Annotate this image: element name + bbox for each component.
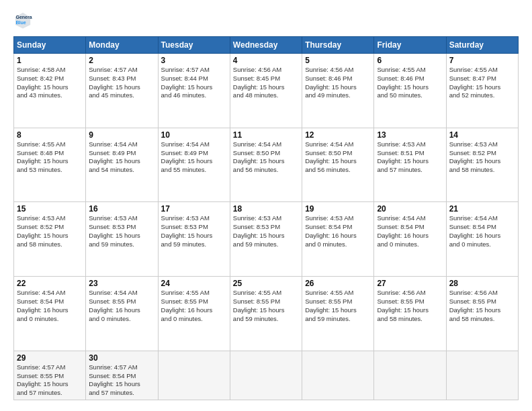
day-info: Sunrise: 4:53 AM Sunset: 8:53 PM Dayligh… <box>89 214 154 248</box>
day-cell: 21Sunrise: 4:54 AM Sunset: 8:54 PM Dayli… <box>446 202 518 277</box>
day-info: Sunrise: 4:56 AM Sunset: 8:55 PM Dayligh… <box>449 289 515 323</box>
day-cell: 18Sunrise: 4:53 AM Sunset: 8:53 PM Dayli… <box>230 202 302 277</box>
day-number: 24 <box>161 279 227 288</box>
day-cell: 23Sunrise: 4:54 AM Sunset: 8:55 PM Dayli… <box>86 277 158 351</box>
week-row-2: 8Sunrise: 4:55 AM Sunset: 8:48 PM Daylig… <box>14 128 519 202</box>
day-cell: 8Sunrise: 4:55 AM Sunset: 8:48 PM Daylig… <box>14 128 86 202</box>
col-header-wednesday: Wednesday <box>230 37 302 54</box>
day-number: 30 <box>89 353 154 363</box>
svg-text:Blue: Blue <box>16 20 26 25</box>
day-cell: 15Sunrise: 4:53 AM Sunset: 8:52 PM Dayli… <box>14 202 86 277</box>
day-number: 19 <box>305 204 371 214</box>
header: General Blue <box>13 11 519 30</box>
day-number: 21 <box>449 204 515 214</box>
day-cell: 24Sunrise: 4:55 AM Sunset: 8:55 PM Dayli… <box>158 277 230 351</box>
day-number: 14 <box>449 130 515 140</box>
day-cell: 29Sunrise: 4:57 AM Sunset: 8:55 PM Dayli… <box>14 351 86 400</box>
day-cell: 2Sunrise: 4:57 AM Sunset: 8:43 PM Daylig… <box>86 54 158 128</box>
day-info: Sunrise: 4:53 AM Sunset: 8:51 PM Dayligh… <box>377 140 443 175</box>
day-number: 25 <box>233 279 299 288</box>
day-info: Sunrise: 4:55 AM Sunset: 8:55 PM Dayligh… <box>233 289 299 323</box>
day-info: Sunrise: 4:57 AM Sunset: 8:55 PM Dayligh… <box>17 363 83 398</box>
day-number: 18 <box>233 204 299 214</box>
day-info: Sunrise: 4:55 AM Sunset: 8:47 PM Dayligh… <box>449 66 515 100</box>
day-number: 17 <box>161 204 227 214</box>
day-number: 8 <box>17 130 83 140</box>
day-cell: 27Sunrise: 4:56 AM Sunset: 8:55 PM Dayli… <box>374 277 446 351</box>
header-row: SundayMondayTuesdayWednesdayThursdayFrid… <box>14 37 519 54</box>
day-cell: 6Sunrise: 4:55 AM Sunset: 8:46 PM Daylig… <box>374 54 446 128</box>
day-info: Sunrise: 4:58 AM Sunset: 8:42 PM Dayligh… <box>17 66 83 100</box>
day-cell: 14Sunrise: 4:53 AM Sunset: 8:52 PM Dayli… <box>446 128 518 202</box>
day-cell: 25Sunrise: 4:55 AM Sunset: 8:55 PM Dayli… <box>230 277 302 351</box>
day-number: 20 <box>377 204 443 214</box>
day-number: 22 <box>17 279 83 288</box>
page: General Blue SundayMondayTuesdayWednesda… <box>0 0 532 411</box>
day-number: 10 <box>161 130 227 140</box>
day-cell: 4Sunrise: 4:56 AM Sunset: 8:45 PM Daylig… <box>230 54 302 128</box>
day-cell: 19Sunrise: 4:53 AM Sunset: 8:54 PM Dayli… <box>302 202 374 277</box>
col-header-sunday: Sunday <box>14 37 86 54</box>
week-row-5: 29Sunrise: 4:57 AM Sunset: 8:55 PM Dayli… <box>14 351 519 400</box>
day-info: Sunrise: 4:54 AM Sunset: 8:50 PM Dayligh… <box>305 140 371 175</box>
day-info: Sunrise: 4:56 AM Sunset: 8:55 PM Dayligh… <box>377 289 443 323</box>
day-cell: 17Sunrise: 4:53 AM Sunset: 8:53 PM Dayli… <box>158 202 230 277</box>
day-cell: 16Sunrise: 4:53 AM Sunset: 8:53 PM Dayli… <box>86 202 158 277</box>
day-number: 4 <box>233 56 299 65</box>
day-cell <box>374 351 446 400</box>
day-info: Sunrise: 4:54 AM Sunset: 8:54 PM Dayligh… <box>17 289 83 323</box>
day-info: Sunrise: 4:57 AM Sunset: 8:44 PM Dayligh… <box>161 66 227 100</box>
day-info: Sunrise: 4:53 AM Sunset: 8:52 PM Dayligh… <box>449 140 515 175</box>
day-info: Sunrise: 4:54 AM Sunset: 8:49 PM Dayligh… <box>89 140 154 175</box>
day-cell: 28Sunrise: 4:56 AM Sunset: 8:55 PM Dayli… <box>446 277 518 351</box>
day-number: 13 <box>377 130 443 140</box>
day-number: 2 <box>89 56 154 65</box>
col-header-tuesday: Tuesday <box>158 37 230 54</box>
day-cell: 12Sunrise: 4:54 AM Sunset: 8:50 PM Dayli… <box>302 128 374 202</box>
day-info: Sunrise: 4:53 AM Sunset: 8:53 PM Dayligh… <box>161 214 227 248</box>
col-header-monday: Monday <box>86 37 158 54</box>
logo-icon: General Blue <box>13 11 32 30</box>
day-number: 27 <box>377 279 443 288</box>
day-info: Sunrise: 4:55 AM Sunset: 8:55 PM Dayligh… <box>161 289 227 323</box>
day-number: 6 <box>377 56 443 65</box>
day-cell: 20Sunrise: 4:54 AM Sunset: 8:54 PM Dayli… <box>374 202 446 277</box>
day-number: 1 <box>17 56 83 65</box>
day-cell: 13Sunrise: 4:53 AM Sunset: 8:51 PM Dayli… <box>374 128 446 202</box>
day-info: Sunrise: 4:53 AM Sunset: 8:53 PM Dayligh… <box>233 214 299 248</box>
day-number: 15 <box>17 204 83 214</box>
week-row-1: 1Sunrise: 4:58 AM Sunset: 8:42 PM Daylig… <box>14 54 519 128</box>
col-header-friday: Friday <box>374 37 446 54</box>
day-cell: 5Sunrise: 4:56 AM Sunset: 8:46 PM Daylig… <box>302 54 374 128</box>
day-info: Sunrise: 4:54 AM Sunset: 8:54 PM Dayligh… <box>449 214 515 248</box>
logo: General Blue <box>13 11 35 30</box>
day-number: 16 <box>89 204 154 214</box>
day-cell <box>446 351 518 400</box>
day-info: Sunrise: 4:56 AM Sunset: 8:46 PM Dayligh… <box>305 66 371 100</box>
day-info: Sunrise: 4:54 AM Sunset: 8:55 PM Dayligh… <box>89 289 154 323</box>
day-cell: 22Sunrise: 4:54 AM Sunset: 8:54 PM Dayli… <box>14 277 86 351</box>
day-number: 5 <box>305 56 371 65</box>
day-info: Sunrise: 4:55 AM Sunset: 8:46 PM Dayligh… <box>377 66 443 100</box>
day-info: Sunrise: 4:55 AM Sunset: 8:55 PM Dayligh… <box>305 289 371 323</box>
day-cell: 30Sunrise: 4:57 AM Sunset: 8:54 PM Dayli… <box>86 351 158 400</box>
day-number: 11 <box>233 130 299 140</box>
day-cell: 1Sunrise: 4:58 AM Sunset: 8:42 PM Daylig… <box>14 54 86 128</box>
day-info: Sunrise: 4:54 AM Sunset: 8:54 PM Dayligh… <box>377 214 443 248</box>
day-cell <box>230 351 302 400</box>
col-header-thursday: Thursday <box>302 37 374 54</box>
day-info: Sunrise: 4:55 AM Sunset: 8:48 PM Dayligh… <box>17 140 83 175</box>
day-info: Sunrise: 4:53 AM Sunset: 8:52 PM Dayligh… <box>17 214 83 248</box>
day-cell <box>158 351 230 400</box>
day-number: 7 <box>449 56 515 65</box>
day-cell: 3Sunrise: 4:57 AM Sunset: 8:44 PM Daylig… <box>158 54 230 128</box>
day-number: 9 <box>89 130 154 140</box>
day-info: Sunrise: 4:53 AM Sunset: 8:54 PM Dayligh… <box>305 214 371 248</box>
day-info: Sunrise: 4:57 AM Sunset: 8:54 PM Dayligh… <box>89 363 154 398</box>
week-row-3: 15Sunrise: 4:53 AM Sunset: 8:52 PM Dayli… <box>14 202 519 277</box>
calendar: SundayMondayTuesdayWednesdayThursdayFrid… <box>13 36 519 400</box>
day-cell: 10Sunrise: 4:54 AM Sunset: 8:49 PM Dayli… <box>158 128 230 202</box>
week-row-4: 22Sunrise: 4:54 AM Sunset: 8:54 PM Dayli… <box>14 277 519 351</box>
day-number: 23 <box>89 279 154 288</box>
day-info: Sunrise: 4:54 AM Sunset: 8:49 PM Dayligh… <box>161 140 227 175</box>
